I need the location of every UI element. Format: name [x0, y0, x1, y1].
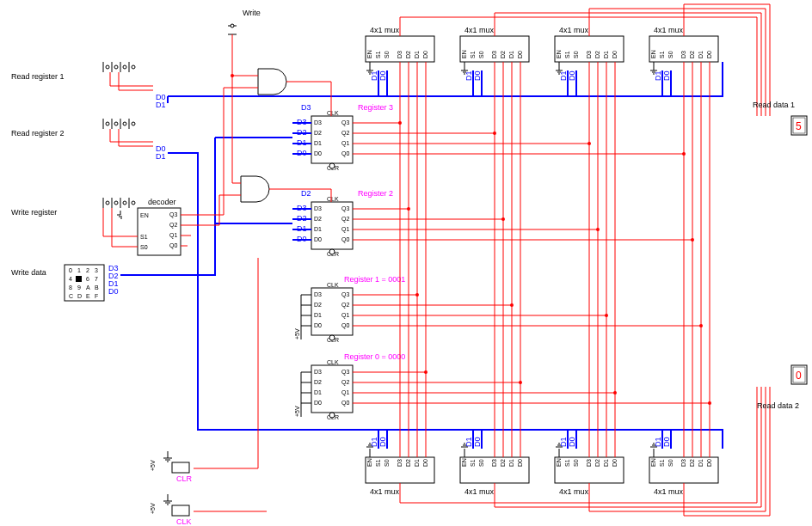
svg-text:+5V: +5V	[150, 503, 156, 514]
svg-text:Q3: Q3	[341, 369, 349, 376]
read-data-2: Read data 2 0	[757, 365, 807, 410]
svg-text:D1: D1	[156, 101, 166, 109]
svg-text:D0: D0	[108, 287, 119, 296]
svg-text:D: D	[77, 293, 82, 299]
svg-point-308	[708, 401, 711, 405]
svg-text:Q3: Q3	[341, 291, 349, 298]
svg-text:C: C	[69, 293, 73, 299]
write-reg-label: Write register	[11, 208, 57, 217]
svg-text:S1: S1	[564, 459, 570, 467]
svg-text:Q1: Q1	[341, 140, 349, 147]
svg-point-299	[596, 228, 600, 231]
svg-rect-337	[172, 505, 189, 516]
svg-text:S1: S1	[659, 51, 665, 58]
svg-text:D1: D1	[314, 140, 322, 146]
svg-text:Q3: Q3	[341, 205, 349, 212]
svg-point-295	[587, 142, 591, 145]
svg-text:D2: D2	[314, 216, 322, 222]
svg-text:1: 1	[77, 267, 81, 273]
svg-text:EN: EN	[650, 458, 656, 467]
svg-text:8: 8	[69, 284, 72, 291]
svg-point-153	[132, 65, 135, 69]
svg-text:Q0: Q0	[341, 400, 349, 407]
svg-text:D1: D1	[508, 51, 514, 58]
svg-text:S1: S1	[470, 51, 476, 58]
svg-point-307	[613, 391, 617, 394]
svg-text:3: 3	[95, 267, 98, 273]
svg-text:Q1: Q1	[341, 312, 349, 319]
register-2-label: Register 2	[358, 189, 393, 198]
read-data-1-label: Read data 1	[753, 101, 795, 109]
svg-text:CLK: CLK	[327, 110, 339, 116]
svg-text:+5V: +5V	[294, 406, 300, 417]
svg-text:D3: D3	[586, 459, 592, 467]
read-reg1-label: Read register 1	[11, 72, 65, 81]
svg-text:2: 2	[86, 267, 89, 273]
write-data-label: Write data	[11, 268, 46, 277]
svg-point-83	[329, 163, 335, 168]
read-reg2-label: Read register 2	[11, 129, 65, 138]
svg-text:D2: D2	[405, 51, 411, 58]
svg-text:Q2: Q2	[341, 302, 349, 309]
svg-text:D0: D0	[314, 236, 322, 242]
svg-point-117	[329, 335, 335, 340]
write-label: Write	[243, 9, 261, 17]
svg-text:CLK: CLK	[327, 196, 339, 202]
svg-text:D3: D3	[586, 51, 592, 58]
svg-text:D0: D0	[612, 459, 618, 467]
svg-point-164	[106, 122, 109, 125]
svg-text:D0: D0	[473, 437, 482, 447]
svg-text:Q0: Q0	[341, 150, 349, 157]
svg-text:S0: S0	[384, 459, 390, 467]
svg-point-166	[123, 122, 126, 125]
svg-point-130	[329, 413, 335, 418]
svg-text:EN: EN	[366, 50, 372, 58]
svg-text:E: E	[86, 293, 90, 299]
svg-point-306	[519, 381, 522, 384]
svg-text:+5V: +5V	[294, 328, 300, 339]
register-1: Register 1 = 0001 CLK CLR D3Q3 D2Q2 D1Q1…	[294, 275, 405, 343]
svg-text:D0: D0	[568, 437, 576, 447]
registers: Register 3 CLK CLR D3Q3 D2Q2 D1Q1 D0Q0 D…	[294, 103, 405, 420]
svg-text:D0: D0	[612, 51, 618, 58]
svg-text:D2: D2	[314, 302, 322, 308]
read-data-2-value: 0	[796, 370, 802, 382]
svg-text:A: A	[86, 284, 90, 291]
svg-point-150	[106, 65, 109, 69]
svg-text:D0: D0	[314, 400, 322, 406]
svg-text:D0: D0	[422, 51, 428, 58]
svg-text:Q1: Q1	[169, 232, 177, 239]
svg-text:S0: S0	[384, 51, 390, 58]
svg-text:D1: D1	[603, 459, 609, 467]
svg-text:D0: D0	[662, 437, 671, 447]
read-data-1-value: 5	[796, 120, 802, 132]
and-gate-mid	[241, 176, 331, 202]
svg-text:D0: D0	[314, 322, 322, 328]
svg-text:Q0: Q0	[341, 236, 349, 243]
svg-point-293	[398, 121, 402, 125]
register-0: Register 0 = 0000 CLK CLR D3Q3 D2Q2 D1Q1…	[294, 352, 405, 420]
decoder: decoder EN S1 S0 Q3 Q2 Q1 Q0	[138, 198, 181, 255]
svg-text:D3: D3	[314, 205, 322, 211]
svg-text:D3: D3	[397, 459, 403, 467]
svg-point-151	[114, 65, 118, 69]
svg-text:D2: D2	[500, 51, 506, 58]
svg-text:CLK: CLK	[327, 282, 339, 288]
svg-text:D0: D0	[314, 150, 322, 156]
read-data-1: Read data 1 5	[753, 101, 807, 135]
svg-text:S0: S0	[573, 51, 579, 58]
svg-point-152	[123, 65, 126, 69]
svg-text:CLK: CLK	[327, 359, 339, 365]
svg-text:EN: EN	[366, 458, 372, 467]
svg-text:D1: D1	[156, 152, 166, 161]
svg-text:S0: S0	[140, 244, 148, 250]
svg-text:S1: S1	[470, 459, 476, 467]
svg-text:+5V: +5V	[150, 460, 156, 471]
register-3-label: Register 3	[358, 103, 393, 112]
svg-text:D1: D1	[698, 51, 704, 58]
svg-point-143	[231, 24, 234, 28]
svg-text:D0: D0	[422, 459, 428, 467]
svg-text:D2: D2	[314, 130, 322, 136]
register-2: Register 2 CLK CLR D3Q3 D2Q2 D1Q1 D0Q0 D…	[297, 189, 393, 257]
svg-text:S0: S0	[573, 459, 579, 467]
